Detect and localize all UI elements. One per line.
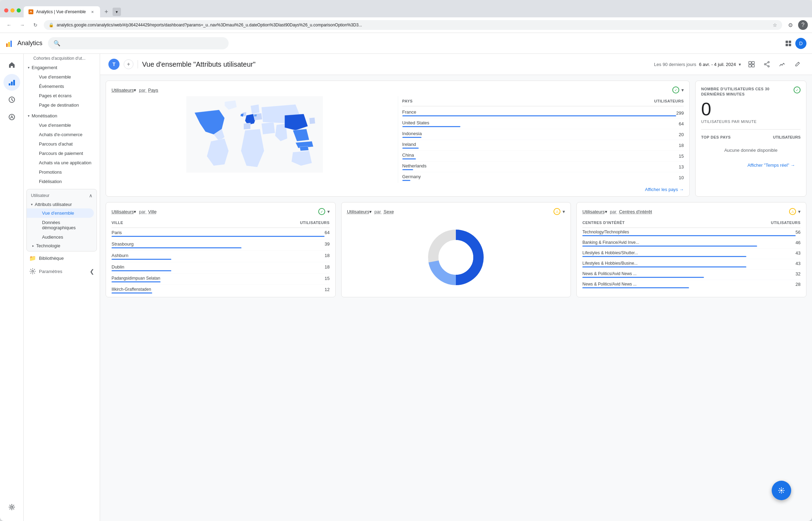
sidebar-attributs-header[interactable]: ▾ Attributs utilisateur — [27, 200, 97, 208]
nav-home-button[interactable] — [3, 57, 20, 73]
nav-advertising-button[interactable] — [3, 109, 20, 125]
sidebar-item-cohortes[interactable]: Cohortes d'acquisition d'ut... — [24, 54, 97, 63]
card-pays-dimension: Pays — [148, 88, 158, 93]
date-range-selector[interactable]: Les 90 derniers jours 6 avr. - 4 juil. 2… — [654, 62, 741, 67]
country-value: 20 — [679, 132, 684, 137]
view-realtime-link[interactable]: Afficher "Temps réel" → — [701, 158, 801, 172]
donut-chart-svg — [425, 226, 487, 289]
extensions-button[interactable]: ⚙ — [786, 20, 795, 30]
svg-rect-11 — [749, 61, 751, 64]
country-name: Germany — [402, 174, 679, 181]
layout-button[interactable] — [745, 58, 758, 71]
monetisation-label: Monétisation — [32, 113, 57, 118]
page-title: Vue d'ensemble "Attributs utilisateur" — [142, 60, 650, 68]
card-centres-header: Utilisateurs▾ par Centres d'intérêt ⚠ ▾ — [577, 202, 806, 218]
attributs-collapse-icon: ▾ — [31, 202, 33, 206]
fab-settings-button[interactable] — [772, 481, 791, 500]
help-button[interactable]: ? — [798, 20, 808, 30]
svg-point-9 — [11, 506, 13, 508]
user-avatar[interactable]: D — [795, 38, 806, 49]
table-row: Lifestyles & Hobbies/Busine... 43 — [582, 259, 801, 270]
traffic-lights — [4, 8, 21, 13]
view-countries-link[interactable]: Afficher les pays → — [106, 183, 689, 196]
card-centres-dropdown[interactable]: ▾ — [798, 209, 801, 214]
nav-reports-button[interactable] — [3, 74, 20, 91]
sidebar-item-achats-app[interactable]: Achats via une application — [24, 158, 97, 167]
new-tab-button[interactable]: + — [101, 7, 111, 17]
world-map — [112, 96, 398, 173]
reload-button[interactable]: ↻ — [31, 20, 40, 30]
svg-rect-6 — [13, 80, 15, 85]
search-input[interactable] — [64, 41, 223, 46]
svg-rect-12 — [752, 61, 754, 64]
card-centres-metric: Utilisateurs — [582, 209, 605, 214]
table-row: News & Politics/Avid News ... 28 — [582, 280, 801, 290]
sidebar-item-audiences[interactable]: Audiences — [27, 232, 94, 242]
table-row: Netherlands 13 — [402, 162, 684, 172]
sidebar-item-monetisation-overview[interactable]: Vue d'ensemble — [24, 121, 97, 130]
bar — [582, 277, 704, 278]
share-button[interactable] — [761, 58, 773, 71]
sidebar-item-fidelisation[interactable]: Fidélisation — [24, 177, 97, 186]
edit-button[interactable] — [791, 58, 804, 71]
cards-grid: Utilisateurs▾ par Pays ✓ ▾ — [100, 75, 812, 303]
nav-explore-button[interactable] — [3, 91, 20, 108]
sidebar-item-bibliotheque[interactable]: 📁 Bibliothèque — [24, 253, 97, 264]
sidebar-item-donnees-demo[interactable]: Données démographiques — [27, 218, 94, 232]
sidebar-technologie-header[interactable]: ▸ Technologie — [27, 242, 97, 250]
card-pays: Utilisateurs▾ par Pays ✓ ▾ — [106, 81, 690, 197]
address-bar[interactable]: 🔒 analytics.google.com/analytics/web/#/p… — [44, 20, 782, 30]
sidebar-item-achats-ecom[interactable]: Achats d'e-commerce — [24, 130, 97, 139]
add-report-button[interactable]: + — [124, 59, 133, 69]
sidebar-item-label: Vue d'ensemble — [42, 210, 74, 216]
card-sexe-title: Utilisateurs▾ par Sexe — [347, 209, 394, 214]
table-row: Illkirch-Graffenstaden 12 — [112, 285, 330, 296]
svg-point-15 — [768, 61, 769, 63]
realtime-big-number: 0 — [701, 100, 801, 118]
country-value: 10 — [679, 175, 684, 180]
minimize-button[interactable] — [10, 8, 15, 13]
tab-dropdown-button[interactable]: ▼ — [113, 8, 121, 16]
centres-users-col: UTILISATEURS — [771, 219, 801, 226]
sidebar-item-pages[interactable]: Pages et écrans — [24, 91, 97, 100]
card-pays-body: PAYS UTILISATEURS France — [106, 96, 689, 183]
top-countries-header: TOP DES PAYS UTILISATEURS — [701, 135, 801, 139]
utilisateur-collapse-button[interactable]: ∧ — [89, 193, 92, 198]
sidebar-item-engagement-overview[interactable]: Vue d'ensemble — [24, 72, 97, 82]
realtime-status-icon: ✓ — [794, 86, 801, 93]
bar-ie — [402, 148, 419, 149]
sidebar-item-promotions[interactable]: Promotions — [24, 167, 97, 177]
sidebar-item-landing[interactable]: Page de destination — [24, 100, 97, 110]
tab-close-button[interactable]: ✕ — [90, 9, 95, 15]
top-right: D — [786, 38, 806, 49]
sidebar-item-parcours-paiement[interactable]: Parcours de paiement — [24, 149, 97, 158]
pays-table-header: PAYS UTILISATEURS — [402, 96, 684, 106]
table-row: Ashburn 18 — [112, 251, 330, 262]
card-ville-status-icon: ✓ — [318, 208, 325, 215]
sidebar-item-evenements[interactable]: Événements — [24, 82, 97, 91]
apps-grid-icon[interactable] — [786, 41, 791, 46]
realtime-title: NOMBRE D'UTILISATEURS CES 30 DERNIÈRES M… — [701, 86, 771, 97]
search-icon: 🔍 — [54, 40, 60, 47]
sidebar-engagement-header[interactable]: ▾ Engagement — [24, 63, 100, 72]
sidebar-item-parcours-achat[interactable]: Parcours d'achat — [24, 139, 97, 149]
card-sexe-dropdown[interactable]: ▾ — [563, 209, 565, 214]
card-ville-dropdown[interactable]: ▾ — [327, 209, 330, 214]
active-tab[interactable]: Analytics | Vue d'ensemble ✕ — [24, 6, 100, 17]
card-pays-dropdown[interactable]: ▾ — [681, 87, 684, 93]
close-button[interactable] — [4, 8, 8, 13]
sidebar-monetisation-header[interactable]: ▾ Monétisation — [24, 111, 100, 121]
bookmark-icon[interactable]: ☆ — [773, 22, 777, 28]
app-name: Analytics — [17, 40, 42, 47]
sidebar-item-vue-ensemble-active[interactable]: Vue d'ensemble — [27, 208, 94, 218]
collapse-sidebar-icon[interactable]: ❮ — [90, 268, 94, 275]
app-logo: Analytics — [6, 39, 42, 48]
insights-button[interactable] — [776, 58, 788, 71]
svg-rect-14 — [752, 65, 754, 67]
maximize-button[interactable] — [17, 8, 21, 13]
sidebar-settings-button[interactable]: Paramètres ❮ — [24, 264, 100, 279]
search-bar[interactable]: 🔍 — [48, 37, 229, 49]
forward-button[interactable]: → — [17, 20, 27, 30]
back-button[interactable]: ← — [4, 20, 14, 30]
nav-settings-button[interactable] — [3, 499, 20, 515]
